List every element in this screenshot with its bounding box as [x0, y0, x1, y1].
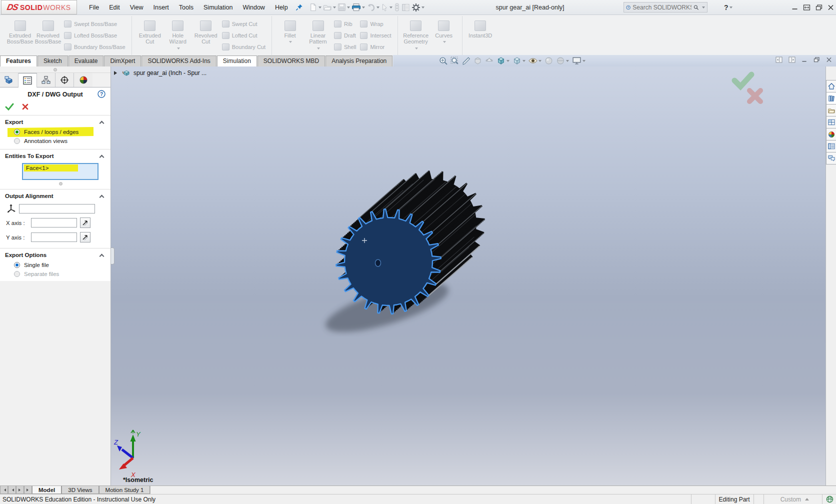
document-restore-icon[interactable] — [814, 57, 820, 62]
expand-tree-icon[interactable] — [114, 71, 119, 75]
extruded-boss-button[interactable]: Extruded Boss/Base — [6, 17, 34, 54]
edit-appearance-icon[interactable] — [544, 56, 553, 65]
revolved-boss-button[interactable]: Revolved Boss/Base — [34, 17, 62, 54]
previous-tab-button[interactable] — [8, 486, 16, 494]
revolved-cut-button[interactable]: Revolved Cut — [192, 17, 220, 54]
minimize-button[interactable] — [792, 4, 798, 10]
export-options-section-header[interactable]: Export Options — [0, 248, 110, 260]
undo-button[interactable] — [366, 2, 380, 12]
search-options-caret[interactable] — [702, 6, 705, 10]
menu-simulation[interactable]: Simulation — [198, 2, 238, 14]
separate-files-radio-button[interactable] — [14, 271, 20, 277]
pin-menu-icon[interactable] — [295, 2, 304, 12]
swept-cut-button[interactable]: Swept Cut — [222, 19, 266, 29]
section-view-icon[interactable] — [474, 56, 482, 65]
instant3d-button[interactable]: Instant3D — [466, 17, 494, 54]
radio-separate-files[interactable]: Separate files — [0, 270, 110, 281]
model-tab[interactable]: Model — [32, 486, 62, 494]
extruded-cut-button[interactable]: Extruded Cut — [136, 17, 164, 54]
menu-help[interactable]: Help — [270, 2, 293, 14]
panel-splitter-handle[interactable] — [111, 248, 114, 264]
tab-solidworks-addins[interactable]: SOLIDWORKS Add-Ins — [142, 56, 216, 66]
hide-show-items-icon[interactable] — [528, 56, 542, 65]
lofted-boss-button[interactable]: Lofted Boss/Base — [64, 30, 126, 40]
ok-button[interactable] — [5, 103, 14, 112]
menu-window[interactable]: Window — [238, 2, 270, 14]
select-button[interactable] — [380, 2, 393, 12]
display-manager-tab[interactable] — [74, 73, 92, 87]
close-button[interactable] — [828, 4, 834, 10]
view-orientation-icon[interactable] — [496, 56, 510, 65]
search-input[interactable] — [632, 4, 692, 11]
lofted-cut-button[interactable]: Lofted Cut — [222, 30, 266, 40]
list-item[interactable]: Face<1> — [24, 164, 78, 172]
list-resize-handle[interactable] — [0, 181, 110, 186]
property-manager-tab[interactable] — [18, 73, 37, 88]
search-icon[interactable] — [694, 4, 699, 12]
annotation-radio-button[interactable] — [14, 138, 20, 144]
panel-splitter[interactable] — [0, 66, 110, 73]
menu-insert[interactable]: Insert — [148, 2, 174, 14]
dimxpert-manager-tab[interactable] — [56, 73, 74, 87]
tab-dimxpert[interactable]: DimXpert — [104, 56, 141, 66]
radio-annotation-views[interactable]: Annotation views — [0, 136, 110, 146]
zoom-to-area-icon[interactable] — [450, 56, 459, 65]
confirm-ok-icon[interactable] — [734, 74, 752, 86]
zoom-to-fit-icon[interactable] — [439, 56, 448, 65]
tab-solidworks-mbd[interactable]: SOLIDWORKS MBD — [258, 56, 325, 66]
radio-single-file[interactable]: Single file — [0, 260, 110, 270]
view-palette-tab[interactable] — [826, 116, 836, 128]
open-button[interactable] — [322, 2, 336, 12]
y-axis-input[interactable] — [31, 232, 77, 242]
3dexperience-globe-icon[interactable] — [826, 496, 834, 503]
tab-evaluate[interactable]: Evaluate — [68, 56, 104, 66]
swept-boss-button[interactable]: Swept Boss/Base — [64, 19, 126, 29]
flyout-feature-tree[interactable]: spur gear_ai (Inch - Spur ... — [114, 69, 206, 76]
y-axis-reverse-button[interactable] — [80, 232, 90, 242]
window-split-left-icon[interactable] — [776, 56, 782, 63]
forum-tab[interactable] — [826, 152, 836, 164]
full-width-button[interactable] — [803, 4, 810, 10]
home-tab[interactable] — [826, 80, 836, 92]
menu-tools[interactable]: Tools — [174, 2, 198, 14]
appearances-tab[interactable] — [826, 128, 836, 140]
viewport-canvas[interactable]: spur gear_ai (Inch - Spur ... — [111, 66, 826, 486]
last-tab-button[interactable] — [24, 486, 32, 494]
window-split-right-icon[interactable] — [788, 56, 796, 63]
tab-sketch[interactable]: Sketch — [38, 56, 68, 66]
document-close-icon[interactable] — [826, 57, 832, 62]
cancel-button[interactable] — [22, 104, 28, 111]
custom-properties-tab[interactable] — [826, 140, 836, 152]
next-tab-button[interactable] — [16, 486, 24, 494]
file-explorer-tab[interactable] — [826, 104, 836, 116]
previous-view-icon[interactable] — [462, 56, 470, 65]
display-style-icon[interactable] — [512, 56, 526, 65]
x-axis-reverse-button[interactable] — [80, 218, 90, 228]
new-document-button[interactable] — [308, 2, 322, 12]
document-minimize-icon[interactable] — [802, 57, 808, 62]
3d-views-tab[interactable]: 3D Views — [62, 486, 98, 494]
menu-file[interactable]: File — [84, 2, 104, 14]
mirror-button[interactable]: Mirror — [360, 42, 391, 52]
flyout-tree-label[interactable]: spur gear_ai (Inch - Spur ... — [134, 70, 206, 76]
configuration-manager-tab[interactable] — [37, 73, 56, 87]
faces-radio-button[interactable] — [14, 129, 20, 135]
feature-manager-tab[interactable] — [0, 73, 18, 87]
wrap-button[interactable]: Wrap — [360, 19, 391, 29]
first-tab-button[interactable] — [0, 486, 8, 494]
shell-button[interactable]: Shell — [334, 42, 356, 52]
radio-faces-loops-edges[interactable]: Faces / loops / edges — [0, 128, 110, 136]
boundary-cut-button[interactable]: Boundary Cut — [222, 42, 266, 52]
units-caret-icon[interactable] — [805, 496, 809, 500]
apply-scene-icon[interactable] — [556, 56, 569, 65]
view-settings-icon[interactable] — [572, 56, 586, 65]
selection-filter-icon[interactable] — [394, 2, 400, 12]
save-button[interactable] — [337, 2, 350, 12]
help-search-box[interactable]: ? — [624, 2, 708, 12]
properties-icon[interactable] — [401, 2, 410, 12]
fillet-button[interactable]: Fillet — [276, 17, 304, 54]
options-gear-button[interactable] — [411, 2, 425, 13]
gear-model[interactable] — [306, 164, 526, 338]
entities-to-export-list[interactable]: Face<1> — [22, 163, 98, 180]
motion-study-tab[interactable]: Motion Study 1 — [99, 486, 150, 494]
